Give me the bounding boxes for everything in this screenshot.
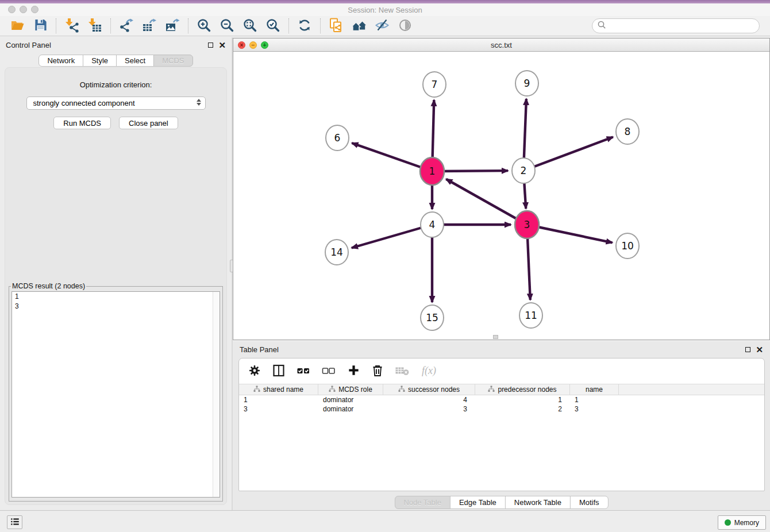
copy-network-view-button[interactable] — [325, 17, 348, 34]
export-network-button[interactable] — [115, 17, 138, 34]
horizontal-splitter-handle[interactable] — [493, 335, 498, 339]
control-panel-header: Control Panel ✕ — [0, 37, 232, 52]
table-row[interactable]: 3dominator323 — [239, 404, 764, 414]
sort-tree-icon — [329, 385, 336, 394]
network-canvas[interactable]: 7968124314101511 — [233, 52, 769, 340]
table-cell[interactable]: 2 — [475, 404, 570, 414]
criterion-dropdown[interactable]: strongly connected component — [26, 97, 206, 110]
table-cell[interactable]: 3 — [383, 404, 475, 414]
tab-edge-table[interactable]: Edge Table — [450, 496, 506, 509]
unchecked-boxes-icon — [322, 364, 336, 379]
refresh-icon — [297, 18, 312, 34]
network-view-window: × − + scc.txt 7968124314101511 — [233, 38, 770, 340]
close-table-panel-icon[interactable]: ✕ — [756, 345, 763, 354]
mcds-result-list[interactable]: 13 — [11, 291, 220, 498]
graph-edge-4-14[interactable] — [352, 225, 432, 248]
column-header-label: MCDS role — [338, 385, 372, 394]
minimize-window-button[interactable] — [20, 6, 27, 13]
hide-selected-button[interactable] — [371, 17, 394, 34]
close-panel-button[interactable]: Close panel — [119, 117, 178, 129]
refresh-button[interactable] — [293, 17, 316, 34]
import-table-button[interactable] — [83, 17, 106, 34]
zoom-window-button[interactable] — [31, 6, 38, 13]
eye-icon — [398, 18, 413, 34]
import-table-icon — [87, 18, 102, 34]
zoom-in-button[interactable] — [192, 17, 215, 34]
export-image-icon — [165, 18, 180, 34]
deselect-all-button[interactable] — [322, 364, 336, 379]
float-panel-icon[interactable] — [208, 43, 213, 48]
table-cell[interactable]: 3 — [239, 404, 318, 414]
first-neighbors-button[interactable] — [348, 17, 371, 34]
export-table-button[interactable] — [138, 17, 161, 34]
columns-icon — [272, 364, 286, 379]
network-window-titlebar[interactable]: × − + scc.txt — [233, 38, 769, 52]
graph-edge-3-10[interactable] — [527, 225, 613, 242]
export-image-button[interactable] — [161, 17, 184, 34]
tab-network-table[interactable]: Network Table — [505, 496, 571, 509]
minimize-network-button[interactable]: − — [249, 41, 257, 49]
column-header-label: successor nodes — [408, 385, 460, 394]
mcds-result-item[interactable]: 1 — [12, 292, 220, 302]
column-header-successor-nodes[interactable]: successor nodes — [383, 384, 475, 395]
graph-edge-3-1[interactable] — [446, 179, 527, 225]
table-row[interactable]: 1dominator411 — [239, 395, 764, 404]
close-network-button[interactable]: × — [238, 41, 245, 49]
table-panel-tabs: Node TableEdge TableNetwork TableMotifs — [394, 496, 608, 509]
import-network-button[interactable] — [60, 17, 83, 34]
table-cell[interactable]: dominator — [318, 404, 383, 414]
column-header-shared-name[interactable]: shared name — [239, 384, 318, 395]
column-header-mcds-role[interactable]: MCDS role — [318, 384, 383, 395]
save-session-button[interactable] — [29, 17, 52, 34]
maximize-network-button[interactable]: + — [261, 41, 268, 49]
delete-row-button[interactable] — [371, 364, 384, 379]
table-cell[interactable]: 1 — [475, 395, 570, 404]
export-table-icon — [142, 18, 157, 34]
table-settings-button[interactable] — [248, 364, 261, 379]
column-header-label: predecessor nodes — [498, 385, 556, 394]
delete-column-button[interactable] — [395, 364, 410, 379]
memory-button[interactable]: Memory — [718, 515, 766, 530]
mcds-result-title: MCDS result (2 nodes) — [11, 282, 86, 290]
float-table-panel-icon[interactable] — [745, 347, 750, 352]
column-header-label: name — [586, 385, 603, 394]
tab-network[interactable]: Network — [38, 55, 83, 67]
show-all-button[interactable] — [394, 17, 417, 34]
zoom-out-button[interactable] — [215, 17, 238, 34]
table-cell[interactable]: 1 — [239, 395, 318, 404]
show-panel-list-button[interactable] — [7, 515, 22, 529]
toolbar-separator — [320, 18, 321, 33]
show-columns-button[interactable] — [272, 364, 286, 379]
open-session-button[interactable] — [6, 17, 29, 34]
graph-node-label: 7 — [432, 79, 438, 90]
table-cell[interactable]: 3 — [570, 404, 619, 414]
optimization-criterion-label: Optimization criterion: — [5, 80, 226, 89]
graph-node-label: 15 — [426, 312, 438, 323]
tab-motifs[interactable]: Motifs — [570, 496, 609, 509]
search-field[interactable] — [592, 18, 760, 33]
search-input[interactable] — [607, 20, 759, 32]
tab-node-table[interactable]: Node Table — [394, 496, 451, 509]
tab-style[interactable]: Style — [83, 55, 117, 67]
graph-node-label: 14 — [330, 246, 343, 258]
table-cell[interactable]: dominator — [318, 395, 383, 404]
function-builder-button[interactable]: f(x) — [421, 363, 441, 380]
column-header-predecessor-nodes[interactable]: predecessor nodes — [475, 384, 570, 395]
mcds-result-item[interactable]: 3 — [12, 302, 220, 311]
plus-icon — [347, 364, 360, 379]
create-column-button[interactable] — [347, 364, 360, 379]
zoom-selected-button[interactable] — [261, 17, 284, 34]
column-header-name[interactable]: name — [570, 384, 619, 395]
zoom-fit-button[interactable] — [238, 17, 261, 34]
tab-mcds[interactable]: MCDS — [153, 55, 192, 67]
run-mcds-button[interactable]: Run MCDS — [53, 117, 111, 129]
network-window-controls: × − + — [238, 41, 268, 49]
graph-edge-2-8[interactable] — [523, 137, 613, 171]
close-panel-icon[interactable]: ✕ — [218, 41, 226, 49]
result-scrollbar[interactable] — [213, 292, 220, 497]
select-all-button[interactable] — [297, 364, 311, 379]
tab-select[interactable]: Select — [116, 55, 154, 67]
table-cell[interactable]: 1 — [570, 395, 619, 404]
close-window-button[interactable] — [8, 6, 16, 13]
table-cell[interactable]: 4 — [383, 395, 475, 404]
